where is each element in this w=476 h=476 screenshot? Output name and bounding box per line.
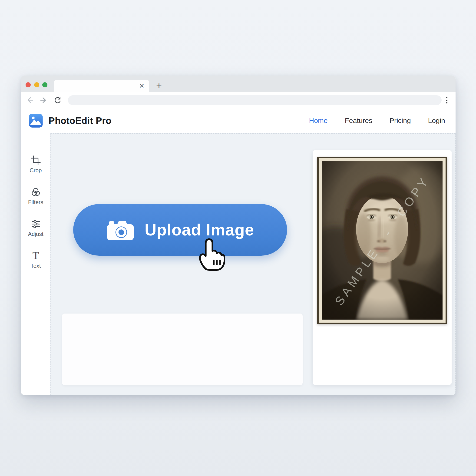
window-zoom-button[interactable] (42, 82, 47, 87)
camera-icon (106, 219, 135, 241)
nav-link-pricing[interactable]: Pricing (390, 117, 411, 125)
tool-adjust[interactable]: Adjust (21, 219, 51, 237)
portrait-illustration (322, 161, 442, 320)
tool-label: Crop (30, 167, 42, 174)
tool-filters[interactable]: Filters (21, 187, 51, 205)
photoedit-logo-icon[interactable] (29, 113, 43, 128)
sliders-icon (31, 219, 41, 229)
nav-link-home[interactable]: Home (309, 117, 327, 125)
crop-icon (31, 155, 41, 166)
browser-navbar (21, 92, 456, 108)
svg-text:T: T (32, 251, 39, 261)
sample-portrait-photo: SAMPLE - COPY (322, 161, 442, 320)
text-serif-icon: T (31, 251, 41, 261)
tool-crop[interactable]: Crop (21, 155, 51, 174)
top-nav: Home Features Pricing Login (309, 117, 445, 125)
forward-arrow-icon[interactable] (39, 96, 47, 104)
tool-sidebar: Crop Filters Adjust (21, 133, 51, 395)
photo-frame: SAMPLE - COPY (317, 157, 447, 324)
window-close-button[interactable] (26, 82, 31, 87)
window-minimize-button[interactable] (34, 82, 39, 87)
tool-label: Filters (28, 199, 43, 205)
canvas-placeholder-panel (62, 314, 303, 385)
preview-card: SAMPLE - COPY (313, 150, 452, 385)
tool-label: Adjust (28, 231, 43, 237)
browser-window: ✕ + (21, 76, 456, 395)
filters-venn-icon (31, 187, 41, 198)
tab-close-icon[interactable]: ✕ (139, 83, 145, 89)
browser-tab-strip: ✕ + (21, 76, 456, 92)
reload-icon[interactable] (53, 96, 61, 104)
new-tab-button[interactable]: + (153, 80, 166, 92)
editor-canvas: Upload Image (51, 133, 456, 395)
site-header: PhotoEdit Pro Home Features Pricing Logi… (21, 108, 456, 133)
main-area: Crop Filters Adjust (21, 133, 456, 395)
upload-image-button[interactable]: Upload Image (73, 204, 287, 256)
browser-tab[interactable]: ✕ (54, 80, 149, 92)
hand-pointer-cursor (197, 236, 225, 271)
address-bar[interactable] (68, 95, 442, 105)
browser-menu-kebab-icon[interactable] (444, 96, 449, 104)
tool-text[interactable]: T Text (21, 251, 51, 269)
back-arrow-icon[interactable] (26, 96, 34, 104)
nav-link-features[interactable]: Features (345, 117, 372, 125)
nav-link-login[interactable]: Login (428, 117, 445, 125)
tool-label: Text (31, 263, 41, 269)
app-title: PhotoEdit Pro (49, 116, 112, 126)
